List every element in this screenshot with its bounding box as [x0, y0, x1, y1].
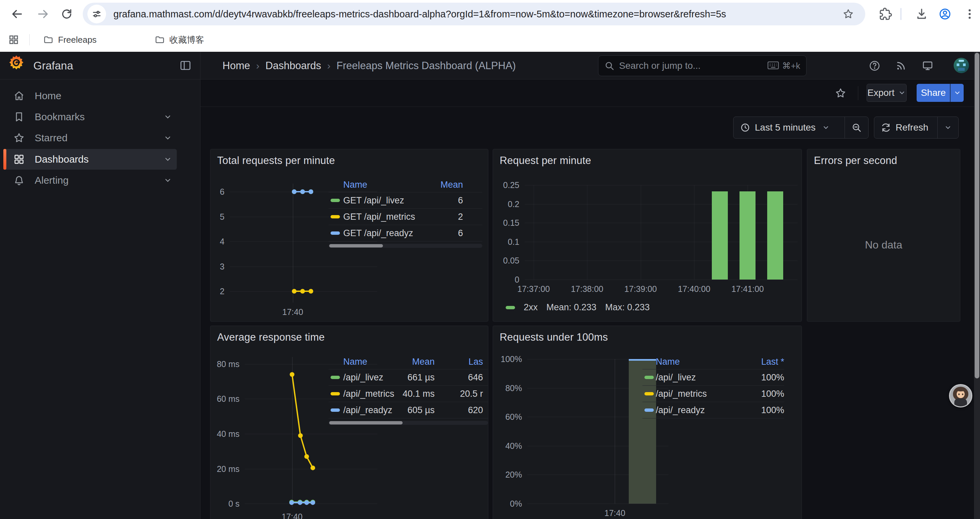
series-name[interactable]: GET /api/_metrics — [343, 212, 420, 222]
help-icon[interactable] — [869, 60, 880, 72]
bookmark-item[interactable]: 收藏博客 — [149, 32, 210, 48]
extensions-icon[interactable] — [879, 8, 892, 21]
user-avatar[interactable] — [954, 58, 969, 73]
legend-scrollbar-thumb[interactable] — [329, 421, 402, 425]
legend-row: /api/_readyz605 µs620 — [329, 402, 488, 418]
apps-grid-icon[interactable] — [8, 34, 19, 45]
panel-title[interactable]: Total requests per minute — [217, 155, 335, 167]
downloads-icon[interactable] — [915, 8, 928, 21]
sidebar-item-dashboards[interactable]: Dashboards — [3, 149, 177, 170]
series-name[interactable]: /api/_livez — [343, 372, 395, 383]
menu-icon[interactable] — [963, 8, 976, 21]
zoom-out-button[interactable] — [845, 117, 868, 138]
apps-icon — [13, 153, 25, 165]
series-name[interactable]: /api/_livez — [656, 372, 744, 383]
url-text[interactable]: grafana.mathmast.com/d/deytv4rwavabkb/fr… — [113, 3, 726, 26]
search-input[interactable]: Search or jump to... ⌘+k — [598, 56, 807, 76]
chevron-down-icon[interactable] — [164, 155, 172, 163]
news-rss-icon[interactable] — [895, 60, 907, 72]
panel-title[interactable]: Requests under 100ms — [500, 331, 608, 343]
refresh-button[interactable]: Refresh — [874, 117, 937, 138]
bookmark-star-icon[interactable] — [843, 8, 854, 20]
panel-errors-per-second: Errors per second No data — [807, 149, 960, 322]
sidebar-item-home[interactable]: Home — [3, 86, 177, 106]
gridline — [527, 504, 668, 504]
inline-legend[interactable]: 2xxMean: 0.233Max: 0.233 — [506, 302, 650, 313]
legend-scrollbar[interactable] — [329, 244, 482, 248]
profile-icon[interactable] — [939, 8, 951, 21]
gridline — [534, 185, 534, 279]
reload-icon[interactable] — [61, 8, 73, 20]
refresh-interval-button[interactable] — [937, 117, 958, 138]
bookmark-label: 收藏博客 — [169, 34, 204, 46]
bookmark-item[interactable]: Freeleaps — [37, 32, 103, 48]
series-name[interactable]: /api/_readyz — [343, 405, 395, 415]
series-color-swatch — [331, 232, 340, 235]
legend-column-header[interactable]: Mean — [420, 180, 482, 190]
breadcrumb-item[interactable]: Home — [223, 60, 250, 72]
sidebar-item-bookmarks[interactable]: Bookmarks — [3, 107, 177, 127]
legend-value: 40.1 ms — [395, 389, 434, 399]
series-name[interactable]: GET /api/_livez — [343, 195, 420, 206]
breadcrumb-item[interactable]: Dashboards — [266, 60, 321, 72]
legend-column-header[interactable]: Last * — [744, 357, 784, 367]
sidebar-item-starred[interactable]: Starred — [3, 128, 177, 148]
active-indicator — [3, 149, 6, 170]
export-button[interactable]: Export — [867, 84, 907, 102]
legend-value: 6 — [420, 228, 482, 238]
search-shortcut: ⌘+k — [782, 61, 800, 71]
chevron-down-icon[interactable] — [164, 113, 172, 121]
series-name[interactable]: /api/_metrics — [656, 389, 744, 399]
panel-total-requests-per-minute: Total requests per minute 6543217:40 Nam… — [210, 149, 488, 322]
grafana-logo-icon[interactable] — [9, 55, 24, 70]
legend-column-header[interactable]: Name — [343, 180, 420, 190]
y-tick-label: 0.2 — [508, 199, 519, 209]
legend-table: NameMeanGET /api/_livez6GET /api/_metric… — [329, 177, 482, 248]
sidebar-item-alerting[interactable]: Alerting — [3, 170, 177, 191]
gridline — [525, 204, 797, 204]
site-settings-icon[interactable] — [88, 5, 106, 23]
x-tick-label: 17:37:00 — [517, 284, 550, 294]
panel-title[interactable]: Request per minute — [500, 155, 591, 167]
series-name[interactable]: /api/_metrics — [343, 389, 395, 399]
breadcrumb-separator: › — [327, 60, 331, 72]
time-range-picker[interactable]: Last 5 minutes — [733, 117, 845, 138]
legend-column-header[interactable]: Mean — [395, 357, 434, 367]
y-tick-label: 20 ms — [217, 464, 240, 474]
chevron-down-icon[interactable] — [164, 176, 172, 184]
sidebar-item-label: Home — [35, 90, 61, 102]
legend-scrollbar[interactable] — [329, 421, 488, 425]
series-color-swatch — [644, 409, 654, 412]
divider — [200, 52, 200, 519]
no-data-message: No data — [807, 239, 960, 251]
panel-title[interactable]: Average response time — [217, 331, 325, 343]
series-name[interactable]: /api/_readyz — [656, 405, 744, 415]
legend-column-header[interactable]: Name — [343, 357, 395, 367]
search-placeholder: Search or jump to... — [619, 61, 767, 71]
share-button[interactable]: Share — [916, 84, 950, 102]
page-scrollbar-thumb[interactable] — [975, 53, 979, 378]
series-name[interactable]: 2xx — [524, 302, 538, 313]
forward-icon[interactable] — [37, 8, 49, 20]
url-bar[interactable]: grafana.mathmast.com/d/deytv4rwavabkb/fr… — [83, 3, 865, 26]
gridline — [525, 223, 797, 223]
breadcrumb: Home›Dashboards›Freeleaps Metrics Dashbo… — [223, 52, 516, 80]
y-tick-label: 100% — [501, 355, 522, 364]
legend-scrollbar-thumb[interactable] — [329, 244, 383, 248]
legend-column-header[interactable]: Name — [656, 357, 744, 367]
legend-column-header[interactable]: Las — [434, 357, 488, 367]
monitor-icon[interactable] — [922, 60, 933, 72]
y-tick-label: 60% — [505, 412, 522, 422]
back-icon[interactable] — [11, 8, 23, 20]
y-tick-label: 80% — [505, 383, 522, 393]
legend-row: /api/_metrics40.1 ms20.5 r — [329, 386, 488, 402]
favorite-star-icon[interactable] — [835, 88, 846, 99]
assistant-avatar[interactable] — [949, 384, 972, 407]
legend-header-row: NameLast * — [643, 355, 784, 369]
chevron-down-icon[interactable] — [164, 134, 172, 142]
series-name[interactable]: GET /api/_readyz — [343, 228, 420, 238]
share-menu-button[interactable] — [950, 84, 964, 102]
collapse-sidebar-icon[interactable] — [180, 59, 191, 72]
series-color-swatch — [331, 376, 340, 379]
panel-title[interactable]: Errors per second — [814, 155, 897, 167]
